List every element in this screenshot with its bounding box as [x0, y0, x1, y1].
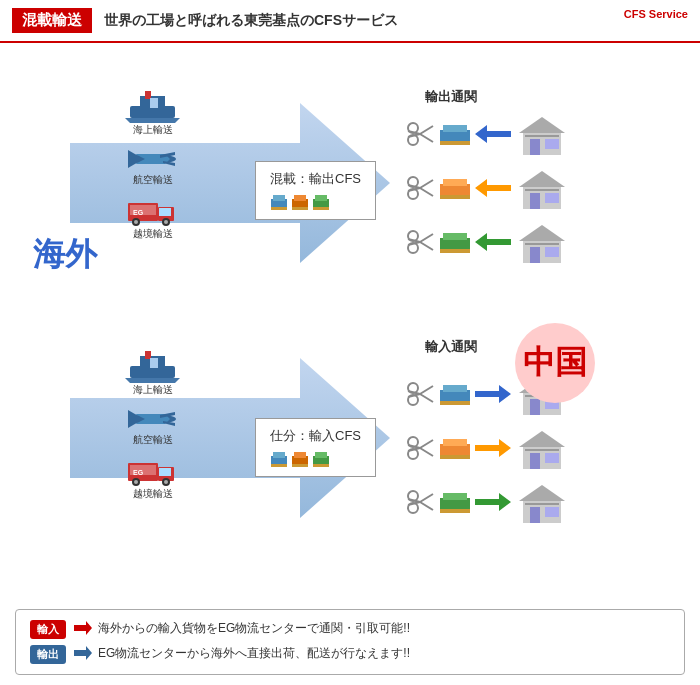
- customs-export-label: 輸出通関: [425, 88, 477, 106]
- svg-rect-140: [443, 493, 467, 500]
- scissors-icon-6: [405, 490, 435, 514]
- svg-marker-149: [74, 646, 92, 660]
- warehouse-5: [515, 427, 570, 469]
- scissors-icon-1: [405, 122, 435, 146]
- info-row-import: 輸入 海外からの輸入貨物をEG物流センターで通関・引取可能!!: [30, 620, 670, 639]
- export-text: EG物流センターから海外へ直接出荷、配送が行なえます!!: [98, 645, 410, 662]
- arrow-right-blue: [475, 385, 511, 403]
- svg-marker-82: [475, 179, 511, 197]
- svg-point-18: [134, 220, 138, 224]
- svg-rect-14: [159, 208, 171, 216]
- svg-rect-70: [530, 139, 540, 155]
- export-cfs-box: 混載：輸出CFS: [255, 161, 376, 220]
- svg-rect-42: [271, 207, 287, 210]
- svg-marker-142: [475, 493, 511, 511]
- svg-rect-96: [440, 249, 470, 253]
- svg-text:EG: EG: [133, 469, 144, 476]
- svg-marker-67: [475, 125, 511, 143]
- svg-rect-115: [530, 399, 540, 415]
- svg-marker-9: [128, 150, 140, 168]
- export-row-1: [405, 113, 570, 155]
- arrow-left-green: [475, 233, 511, 251]
- export-truck-item: EG 越境輸送: [128, 195, 178, 241]
- export-air-item: 航空輸送: [125, 145, 180, 187]
- svg-rect-126: [440, 455, 470, 459]
- ship-icon-import: [125, 348, 180, 383]
- svg-line-89: [420, 242, 433, 250]
- svg-rect-95: [443, 233, 467, 240]
- arrow-right-green: [475, 493, 511, 511]
- svg-rect-125: [443, 439, 467, 446]
- svg-rect-48: [313, 207, 329, 210]
- svg-rect-45: [292, 207, 308, 210]
- svg-rect-23: [145, 351, 151, 359]
- svg-rect-146: [545, 507, 559, 517]
- svg-line-133: [420, 494, 433, 502]
- svg-rect-85: [530, 193, 540, 209]
- svg-marker-148: [74, 621, 92, 635]
- customs-import-label: 輸入通関: [425, 338, 477, 356]
- arrow-left-orange: [475, 179, 511, 197]
- export-right-rows: [405, 113, 570, 275]
- import-row-3: [405, 481, 570, 523]
- import-badge: 輸入: [30, 620, 66, 639]
- svg-rect-101: [545, 247, 559, 257]
- warehouse-3: [515, 221, 570, 263]
- import-text: 海外からの輸入貨物をEG物流センターで通関・引取可能!!: [98, 620, 410, 637]
- svg-rect-110: [443, 385, 467, 392]
- plane-icon-export: [125, 145, 180, 173]
- svg-point-20: [164, 220, 168, 224]
- scissors-icon-4: [405, 382, 435, 406]
- subtitle: 世界の工場と呼ばれる東莞基点のCFSサービス: [104, 12, 398, 30]
- svg-rect-54: [292, 464, 308, 467]
- svg-rect-56: [315, 452, 327, 458]
- import-sea-item: 海上輸送: [125, 348, 180, 397]
- svg-marker-68: [519, 117, 565, 133]
- svg-rect-130: [530, 453, 540, 469]
- truck-icon-import: EG: [128, 455, 178, 487]
- main-diagram: 海外: [0, 43, 700, 593]
- svg-rect-145: [530, 507, 540, 523]
- svg-marker-83: [519, 171, 565, 187]
- svg-rect-100: [530, 247, 540, 263]
- svg-line-74: [420, 188, 433, 196]
- svg-rect-66: [440, 141, 470, 145]
- export-badge: 輸出: [30, 645, 66, 664]
- svg-line-119: [420, 448, 433, 456]
- chugoku-label: 中国: [515, 323, 595, 403]
- svg-rect-6: [150, 98, 158, 108]
- svg-rect-50: [273, 452, 285, 458]
- svg-rect-71: [545, 139, 559, 149]
- import-row-2: [405, 427, 570, 469]
- svg-rect-57: [313, 464, 329, 467]
- ship-icon-export: [125, 88, 180, 123]
- kaigai-label: 海外: [33, 233, 97, 277]
- svg-line-134: [420, 502, 433, 510]
- svg-marker-143: [519, 485, 565, 501]
- svg-rect-47: [315, 195, 327, 201]
- export-arrow-icon: [74, 646, 92, 660]
- svg-line-118: [420, 440, 433, 448]
- svg-marker-127: [475, 439, 511, 457]
- main-title: 混載輸送: [12, 8, 92, 33]
- warehouse-6: [515, 481, 570, 523]
- import-truck-item: EG 越境輸送: [128, 455, 178, 501]
- svg-marker-128: [519, 431, 565, 447]
- page-header: 混載輸送 世界の工場と呼ばれる東莞基点のCFSサービス CFS Service: [0, 0, 700, 43]
- export-row-2: [405, 167, 570, 209]
- scissors-icon-2: [405, 176, 435, 200]
- svg-marker-97: [475, 233, 511, 251]
- plane-icon-import: [125, 405, 180, 433]
- svg-marker-28: [128, 410, 140, 428]
- transport-group-import: 海上輸送 航空輸送 EG: [125, 348, 180, 501]
- svg-text:EG: EG: [133, 209, 144, 216]
- diagram-area: 海外: [15, 53, 685, 583]
- info-row-export: 輸出 EG物流センターから海外へ直接出荷、配送が行なえます!!: [30, 645, 670, 664]
- svg-rect-86: [545, 193, 559, 203]
- svg-marker-98: [519, 225, 565, 241]
- svg-line-104: [420, 394, 433, 402]
- warehouse-1: [515, 113, 570, 155]
- warehouse-2: [515, 167, 570, 209]
- svg-rect-111: [440, 401, 470, 405]
- import-cfs-box: 仕分：輸入CFS: [255, 418, 376, 477]
